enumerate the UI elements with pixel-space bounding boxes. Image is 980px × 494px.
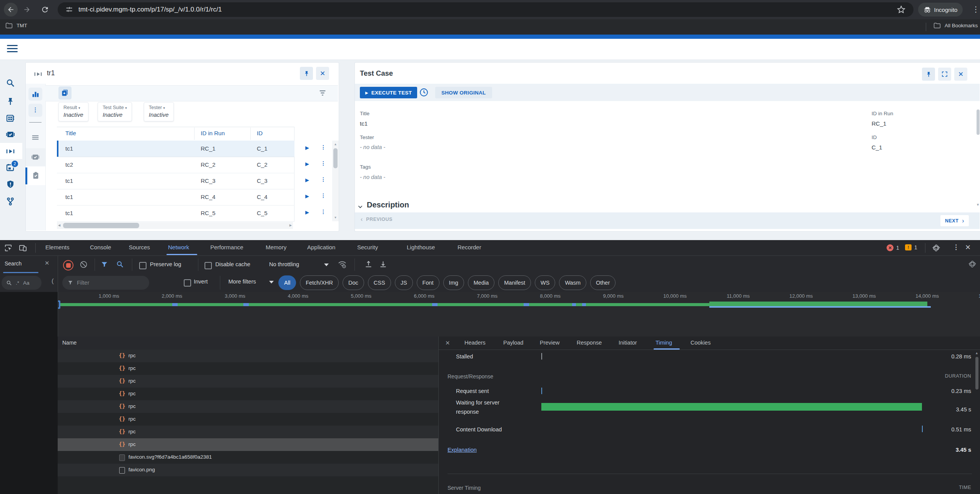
regex-toggle[interactable]: .*: [16, 280, 19, 286]
network-search-icon[interactable]: [116, 260, 124, 268]
tab-network[interactable]: Network: [168, 244, 189, 250]
table-row[interactable]: tc1 RC_3 C_3: [57, 173, 294, 189]
col-id-in-run[interactable]: ID in Run: [201, 130, 225, 136]
request-row[interactable]: {}rpc: [58, 388, 438, 400]
throttling-select[interactable]: No throttling: [269, 261, 299, 267]
request-row[interactable]: {}rpc: [58, 375, 438, 388]
detail-tab-timing[interactable]: Timing: [656, 340, 672, 346]
tab-security[interactable]: Security: [357, 244, 378, 250]
table-row[interactable]: tc2 RC_2 C_2: [57, 157, 294, 173]
table-row[interactable]: tc1 RC_4 C_4: [57, 189, 294, 206]
explanation-link[interactable]: Explanation: [448, 447, 477, 453]
vertical-scrollbar[interactable]: ▲ ▼: [332, 141, 339, 221]
pill-other[interactable]: Other: [590, 275, 616, 290]
request-row[interactable]: {}rpc: [58, 413, 438, 426]
throttling-dropdown-arrow[interactable]: [324, 264, 329, 266]
detail-tab-preview[interactable]: Preview: [540, 340, 560, 346]
pill-wasm[interactable]: Wasm: [559, 275, 586, 290]
pill-ws[interactable]: WS: [535, 275, 555, 290]
row-kebab-button[interactable]: ⋮: [321, 144, 326, 150]
back-button[interactable]: [4, 3, 18, 17]
detail-tab-headers[interactable]: Headers: [464, 340, 486, 346]
more-filters-arrow[interactable]: [269, 281, 274, 283]
detail-tab-cookies[interactable]: Cookies: [690, 340, 710, 346]
filter-chip-tester[interactable]: Tester ▾ Inactive: [144, 102, 174, 121]
run-row-button[interactable]: ▶: [305, 209, 309, 215]
table-row[interactable]: tc1 RC_1 C_1: [57, 141, 294, 157]
board-rail-icon[interactable]: [6, 114, 15, 123]
scrollbar-thumb[interactable]: [333, 148, 338, 168]
search-icon[interactable]: [6, 280, 12, 286]
disable-cache-checkbox[interactable]: [205, 262, 212, 269]
scroll-up-arrow[interactable]: ▲: [332, 143, 339, 146]
pill-media[interactable]: Media: [468, 275, 495, 290]
preserve-log-checkbox[interactable]: [139, 262, 146, 269]
devtools-close-button[interactable]: ✕: [965, 243, 971, 252]
next-button[interactable]: NEXT ›: [940, 215, 969, 226]
scroll-left-arrow[interactable]: ◀: [58, 224, 60, 227]
settings-gear-icon[interactable]: [932, 244, 940, 252]
inspect-icon[interactable]: [4, 244, 13, 252]
invert-checkbox[interactable]: [184, 279, 191, 287]
detail-close-button[interactable]: ✕: [445, 340, 450, 346]
horizontal-scrollbar[interactable]: ◀ ▶: [57, 222, 293, 229]
bookmark-folder-tmt[interactable]: TMT: [5, 22, 27, 29]
col-title[interactable]: Title: [65, 130, 76, 136]
export-har-icon[interactable]: [379, 260, 387, 268]
issue-counter[interactable]: ! 1: [905, 244, 917, 250]
disable-cache-label[interactable]: Disable cache: [215, 261, 250, 267]
network-conditions-icon[interactable]: [338, 260, 347, 269]
devtools-menu-button[interactable]: ⋮: [953, 243, 959, 251]
stats-tool-button[interactable]: [28, 88, 42, 101]
pill-css[interactable]: CSS: [368, 275, 391, 290]
invert-label[interactable]: Invert: [194, 278, 208, 285]
testruns-rail-icon[interactable]: [6, 130, 15, 139]
all-bookmarks-button[interactable]: All Bookmarks: [933, 22, 978, 29]
request-row-selected[interactable]: {}rpc: [58, 438, 438, 451]
testcase-close-button[interactable]: ✕: [954, 68, 967, 81]
detail-tab-payload[interactable]: Payload: [503, 340, 523, 346]
panel-kebab-button[interactable]: ⋮: [28, 104, 42, 117]
defects-rail-icon[interactable]: [6, 180, 15, 189]
detail-scrollbar-thumb[interactable]: [975, 357, 978, 390]
panel-pin-button[interactable]: [300, 67, 313, 80]
filter-icon[interactable]: [318, 89, 327, 97]
table-row[interactable]: tc1 RC_5 C_5: [57, 205, 294, 222]
request-row[interactable]: {}rpc: [58, 362, 438, 375]
previous-button[interactable]: ‹ PREVIOUS: [361, 216, 393, 223]
run-row-button[interactable]: ▶: [305, 177, 309, 183]
bookmark-star-button[interactable]: [897, 5, 906, 14]
run-row-button[interactable]: ▶: [305, 161, 309, 167]
row-kebab-button[interactable]: ⋮: [321, 176, 326, 182]
pill-font[interactable]: Font: [417, 275, 439, 290]
tab-recorder[interactable]: Recorder: [458, 244, 481, 250]
row-kebab-button[interactable]: ⋮: [321, 192, 326, 199]
url-bar[interactable]: tmt-ci.pidev.mgm-tp.com/p/17/sp/_/v/1.0.…: [58, 2, 913, 17]
pill-js[interactable]: JS: [395, 275, 413, 290]
tab-sources[interactable]: Sources: [129, 244, 150, 250]
run-row-button[interactable]: ▶: [305, 193, 309, 199]
section-chevron-icon[interactable]: [357, 204, 363, 210]
browser-menu-button[interactable]: ⋮: [972, 5, 980, 14]
preserve-log-label[interactable]: Preserve log: [150, 261, 181, 267]
calendar-rail-item[interactable]: 2: [6, 163, 17, 174]
reload-button[interactable]: [41, 5, 49, 14]
testcase-pin-button[interactable]: [922, 68, 935, 81]
list-view-icon[interactable]: [31, 134, 40, 142]
filter-funnel-icon[interactable]: [101, 261, 108, 268]
import-har-icon[interactable]: [364, 260, 373, 268]
pill-img[interactable]: Img: [443, 275, 464, 290]
row-kebab-button[interactable]: ⋮: [321, 209, 326, 215]
row-kebab-button[interactable]: ⋮: [321, 160, 326, 166]
scrollbar-thumb[interactable]: [63, 223, 139, 228]
more-filters-button[interactable]: More filters: [228, 278, 256, 285]
scroll-right-arrow[interactable]: ▶: [290, 224, 292, 227]
execution-rail-icon[interactable]: [6, 147, 15, 156]
tab-application[interactable]: Application: [307, 244, 335, 250]
pill-all[interactable]: All: [278, 275, 296, 290]
filter-chip-result[interactable]: Result ▾ Inactive: [58, 102, 88, 121]
show-original-button[interactable]: SHOW ORIGINAL: [435, 87, 492, 98]
network-settings-gear-icon[interactable]: [968, 260, 977, 268]
request-row[interactable]: {}rpc: [58, 350, 438, 362]
forward-button[interactable]: [23, 6, 31, 13]
